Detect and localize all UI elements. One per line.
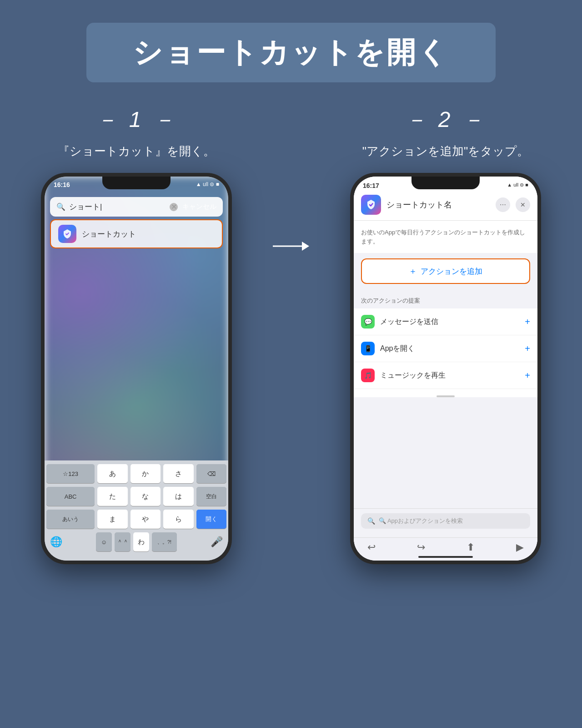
step2-label: － 2 － bbox=[405, 105, 486, 134]
shortcuts-close-button[interactable]: ✕ bbox=[516, 197, 530, 212]
suggestion-item-music[interactable]: 🎵 ミュージックを再生 + bbox=[354, 362, 537, 389]
page-title: ショートカットを開く bbox=[114, 33, 468, 72]
toolbar-share-icon[interactable]: ⬆ bbox=[467, 541, 475, 553]
phone2-volume-up bbox=[350, 261, 353, 288]
add-action-label: アクションを追加 bbox=[421, 266, 482, 277]
music-icon: 🎵 bbox=[361, 369, 375, 382]
kb-key-caret[interactable]: ＾＾ bbox=[115, 532, 130, 551]
phone1-screen: 16:16 ▲ ull ⊜ ■ 🔍 ショート| ✕ キャンセル bbox=[45, 177, 228, 561]
title-banner: ショートカットを開く bbox=[86, 23, 496, 82]
shortcuts-app-icon bbox=[361, 195, 381, 215]
phone1-time: 16:16 bbox=[54, 181, 70, 188]
spotlight-search-text[interactable]: ショート| bbox=[69, 202, 170, 212]
spotlight-cancel-button[interactable]: キャンセル bbox=[182, 202, 216, 211]
phone2-volume-silent bbox=[350, 236, 353, 254]
kb-key-ya[interactable]: や bbox=[130, 510, 161, 529]
shortcuts-description: お使いのAppで毎日行うアクションのショートカットを作成します。 bbox=[354, 221, 537, 253]
drag-handle-area bbox=[354, 389, 537, 397]
spotlight-clear-button[interactable]: ✕ bbox=[170, 203, 178, 211]
toolbar-play-icon[interactable]: ▶ bbox=[516, 541, 524, 553]
music-add-icon[interactable]: + bbox=[525, 370, 530, 381]
shortcuts-app-name-result: ショートカット bbox=[82, 229, 136, 239]
phone2-signal-icons: ▲ ull ⊜ ■ bbox=[507, 182, 528, 189]
kb-key-emoji[interactable]: ☺ bbox=[96, 532, 112, 551]
shortcut-search-result[interactable]: ショートカット bbox=[50, 219, 223, 248]
keyboard-row1: ☆123 あ か さ ⌫ bbox=[46, 464, 226, 483]
suggestions-header: 次のアクションの提案 bbox=[354, 293, 537, 308]
volume-down-button bbox=[41, 295, 44, 322]
kb-key-space[interactable]: 空白 bbox=[196, 487, 226, 506]
japanese-keyboard[interactable]: ☆123 あ か さ ⌫ ABC た な は 空白 あいう bbox=[45, 460, 228, 561]
spotlight-search-icon: 🔍 bbox=[56, 202, 65, 211]
kb-key-backspace[interactable]: ⌫ bbox=[196, 464, 226, 483]
kb-microphone-icon[interactable]: 🎤 bbox=[211, 536, 223, 548]
phone2-power-button bbox=[538, 240, 541, 272]
kb-key-open[interactable]: 開く bbox=[196, 510, 226, 529]
kb-key-na[interactable]: な bbox=[130, 487, 161, 506]
kb-key-ha[interactable]: は bbox=[163, 487, 193, 506]
kb-globe-icon[interactable]: 🌐 bbox=[50, 536, 62, 548]
volume-silent bbox=[41, 236, 44, 254]
kb-key-wa[interactable]: わ bbox=[133, 532, 149, 551]
phone2-home-indicator bbox=[418, 556, 473, 558]
phone1-signal-icons: ▲ ull ⊜ ■ bbox=[196, 181, 219, 188]
action-search-bar[interactable]: 🔍 🔍 Appおよびアクションを検索 bbox=[361, 513, 530, 529]
action-search-placeholder: 🔍 Appおよびアクションを検索 bbox=[379, 517, 463, 525]
phone1-mockup: 16:16 ▲ ull ⊜ ■ 🔍 ショート| ✕ キャンセル bbox=[41, 173, 232, 564]
kb-key-ma[interactable]: ま bbox=[97, 510, 127, 529]
messages-label: メッセージを送信 bbox=[380, 317, 519, 327]
kb-key-abc[interactable]: ABC bbox=[46, 487, 95, 506]
bottom-search-area[interactable]: 🔍 🔍 Appおよびアクションを検索 bbox=[354, 508, 537, 533]
keyboard-row4: 🌐 ☺ ＾＾ わ 、。?! 🎤 bbox=[46, 532, 226, 551]
step2-column: － 2 － "アクションを追加"をタップ。 16:17 ▲ ull ⊜ ■ bbox=[332, 105, 559, 564]
kb-key-a[interactable]: あ bbox=[97, 464, 127, 483]
shortcuts-app-screen: 16:17 ▲ ull ⊜ ■ ショートカット名 bbox=[354, 177, 537, 561]
phone2-screen: 16:17 ▲ ull ⊜ ■ ショートカット名 bbox=[354, 177, 537, 561]
phone1-notch bbox=[102, 177, 171, 189]
power-button bbox=[229, 240, 232, 272]
shortcuts-title: ショートカット名 bbox=[386, 199, 490, 210]
keyboard-row2: ABC た な は 空白 bbox=[46, 487, 226, 506]
step2-description: "アクションを追加"をタップ。 bbox=[362, 143, 529, 159]
toolbar-back-icon[interactable]: ↩ bbox=[367, 541, 376, 553]
shortcuts-app-icon-result bbox=[58, 225, 76, 243]
phone2-time: 16:17 bbox=[363, 182, 379, 189]
app-add-icon[interactable]: + bbox=[525, 344, 530, 354]
kb-key-sa[interactable]: さ bbox=[163, 464, 193, 483]
spotlight-search-container[interactable]: 🔍 ショート| ✕ キャンセル ショートカット bbox=[45, 197, 228, 248]
shortcuts-control-buttons: ⋯ ✕ bbox=[496, 197, 530, 212]
kb-key-ra[interactable]: ら bbox=[163, 510, 193, 529]
step1-column: － 1 － 『ショートカット』を開く。 16:16 ▲ ull ⊜ ■ bbox=[23, 105, 250, 564]
app-open-label: Appを開く bbox=[380, 344, 519, 354]
shortcuts-settings-button[interactable]: ⋯ bbox=[496, 197, 510, 212]
suggestion-item-app[interactable]: 📱 Appを開く + bbox=[354, 335, 537, 362]
music-label: ミュージックを再生 bbox=[380, 371, 519, 380]
add-action-plus-icon: ＋ bbox=[409, 266, 417, 277]
messages-icon: 💬 bbox=[361, 315, 375, 329]
spotlight-search-bar[interactable]: 🔍 ショート| ✕ キャンセル bbox=[50, 197, 223, 217]
app-open-icon: 📱 bbox=[361, 342, 375, 355]
volume-up-button bbox=[41, 261, 44, 288]
phone2-statusbar: 16:17 ▲ ull ⊜ ■ bbox=[354, 182, 537, 189]
drag-handle bbox=[436, 395, 455, 397]
kb-key-ka[interactable]: か bbox=[130, 464, 161, 483]
suggestion-item-messages[interactable]: 💬 メッセージを送信 + bbox=[354, 308, 537, 335]
kb-key-punct[interactable]: 、。?! bbox=[152, 532, 177, 551]
toolbar-forward-icon[interactable]: ↪ bbox=[417, 541, 425, 553]
add-action-button[interactable]: ＋ アクションを追加 bbox=[361, 258, 530, 284]
step1-description: 『ショートカット』を開く。 bbox=[58, 143, 215, 159]
keyboard-row3: あいう ま や ら 開く bbox=[46, 510, 226, 529]
search-icon-bottom: 🔍 bbox=[367, 517, 375, 525]
messages-add-icon[interactable]: + bbox=[525, 317, 530, 327]
arrow-between-phones bbox=[268, 242, 314, 251]
phone2-volume-down bbox=[350, 295, 353, 322]
step1-label: － 1 － bbox=[95, 105, 177, 134]
kb-key-123[interactable]: ☆123 bbox=[46, 464, 95, 483]
kb-key-ta[interactable]: た bbox=[97, 487, 127, 506]
kb-key-aiou[interactable]: あいう bbox=[46, 510, 95, 529]
phone2-mockup: 16:17 ▲ ull ⊜ ■ ショートカット名 bbox=[350, 173, 541, 564]
forward-arrow bbox=[273, 242, 309, 251]
main-content: － 1 － 『ショートカット』を開く。 16:16 ▲ ull ⊜ ■ bbox=[23, 105, 559, 564]
